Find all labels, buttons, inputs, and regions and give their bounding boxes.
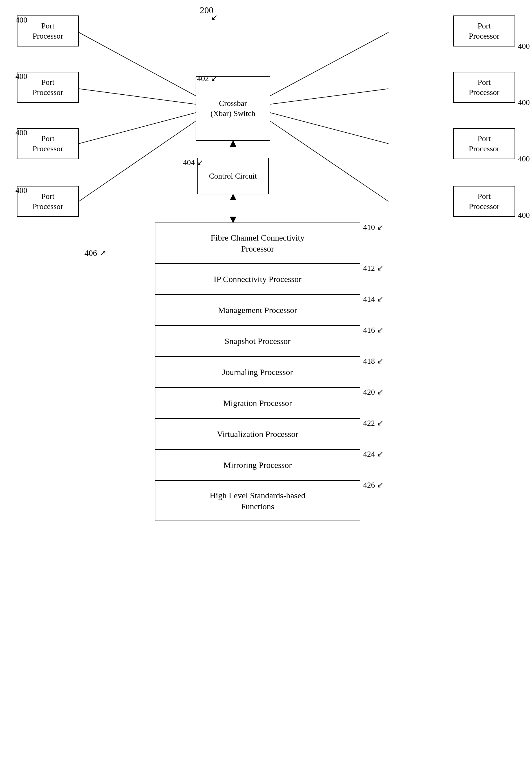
high-level-ref: 426 ↙ — [363, 480, 383, 490]
high-level-functions: High Level Standards-basedFunctions — [155, 480, 360, 521]
crossbar-ref: 402 ↙ — [197, 74, 217, 83]
pp-right-1-ref: 400 — [518, 42, 530, 51]
svg-line-0 — [79, 33, 196, 96]
management-processor: Management Processor — [155, 294, 360, 325]
pp-left-3-ref: 400 — [15, 128, 27, 137]
crossbar-switch: Crossbar(Xbar) Switch — [196, 76, 270, 141]
pp-right-4-ref: 400 — [518, 211, 530, 220]
ip-ref: 412 ↙ — [363, 263, 383, 273]
control-ref: 404 ↙ — [183, 158, 203, 167]
pp-left-1-ref: 400 — [15, 15, 27, 25]
svg-line-6 — [270, 113, 388, 144]
migration-ref: 420 ↙ — [363, 387, 383, 397]
svg-marker-9 — [230, 141, 236, 146]
port-processor-right-1: PortProcessor — [453, 15, 515, 46]
virtualization-processor: Virtualization Processor — [155, 418, 360, 449]
mgmt-ref: 414 ↙ — [363, 294, 383, 304]
journaling-ref: 418 ↙ — [363, 356, 383, 365]
svg-line-3 — [79, 121, 196, 201]
stack-group-ref: 406 ↗ — [85, 248, 106, 258]
pp-left-4-ref: 400 — [15, 186, 27, 195]
pp-right-2-ref: 400 — [518, 98, 530, 107]
port-processor-right-2: PortProcessor — [453, 72, 515, 103]
fibre-channel-processor: Fibre Channel ConnectivityProcessor — [155, 223, 360, 263]
pp-right-3-ref: 400 — [518, 154, 530, 163]
svg-marker-13 — [230, 217, 236, 223]
svg-marker-12 — [230, 194, 236, 200]
migration-processor: Migration Processor — [155, 387, 360, 418]
port-processor-right-3: PortProcessor — [453, 128, 515, 159]
ip-connectivity-processor: IP Connectivity Processor — [155, 263, 360, 294]
title-arrow: ↙ — [211, 13, 218, 22]
diagram: 200 ↙ PortProcessor 400 PortProcessor 40… — [0, 0, 532, 780]
control-circuit: Control Circuit — [197, 158, 269, 194]
mirroring-processor: Mirroring Processor — [155, 449, 360, 480]
svg-line-2 — [79, 113, 196, 144]
svg-line-7 — [270, 121, 388, 201]
snapshot-ref: 416 ↙ — [363, 325, 383, 335]
fibre-ref: 410 ↙ — [363, 223, 383, 232]
pp-left-2-ref: 400 — [15, 72, 27, 81]
svg-line-4 — [270, 33, 388, 96]
svg-line-5 — [270, 89, 388, 104]
mirroring-ref: 424 ↙ — [363, 449, 383, 458]
port-processor-right-4: PortProcessor — [453, 186, 515, 217]
snapshot-processor: Snapshot Processor — [155, 325, 360, 356]
journaling-processor: Journaling Processor — [155, 356, 360, 387]
virtual-ref: 422 ↙ — [363, 418, 383, 428]
svg-line-1 — [79, 89, 196, 104]
